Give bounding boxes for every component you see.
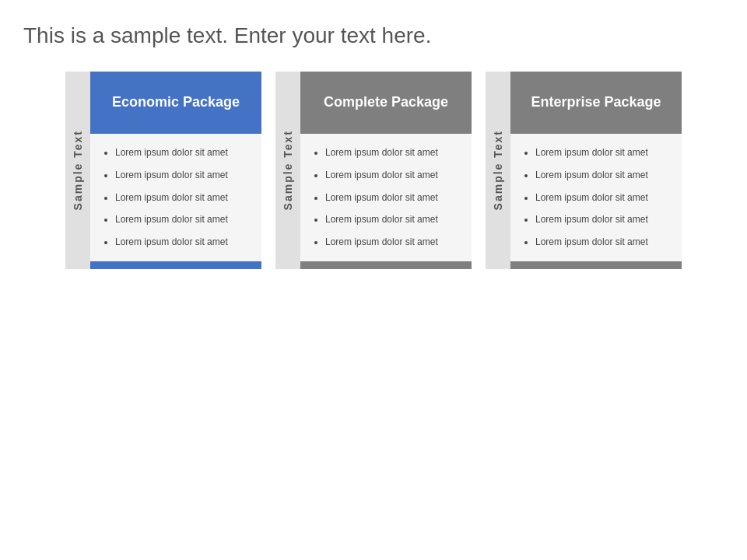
list-item: Lorem ipsum dolor sit amet xyxy=(535,169,671,182)
economic-body: Lorem ipsum dolor sit amet Lorem ipsum d… xyxy=(90,134,261,261)
enterprise-body: Lorem ipsum dolor sit amet Lorem ipsum d… xyxy=(510,134,682,261)
enterprise-header: Enterprise Package xyxy=(510,72,682,134)
list-item: Lorem ipsum dolor sit amet xyxy=(535,191,671,205)
complete-card: Complete Package Lorem ipsum dolor sit a… xyxy=(300,72,472,269)
list-item: Lorem ipsum dolor sit amet xyxy=(325,169,461,182)
list-item: Lorem ipsum dolor sit amet xyxy=(535,213,671,226)
list-item: Lorem ipsum dolor sit amet xyxy=(115,213,251,226)
complete-list: Lorem ipsum dolor sit amet Lorem ipsum d… xyxy=(311,146,461,249)
list-item: Lorem ipsum dolor sit amet xyxy=(325,191,461,205)
list-item: Lorem ipsum dolor sit amet xyxy=(115,169,251,182)
complete-sidebar-label: Sample Text xyxy=(282,130,294,210)
complete-package-group: Sample Text Complete Package Lorem ipsum… xyxy=(275,72,472,269)
economic-list: Lorem ipsum dolor sit amet Lorem ipsum d… xyxy=(101,146,251,249)
complete-footer xyxy=(300,261,472,269)
complete-header: Complete Package xyxy=(300,72,472,134)
economic-package-group: Sample Text Economic Package Lorem ipsum… xyxy=(65,72,261,269)
economic-sidebar-label: Sample Text xyxy=(72,130,84,210)
list-item: Lorem ipsum dolor sit amet xyxy=(115,236,251,249)
list-item: Lorem ipsum dolor sit amet xyxy=(325,146,461,159)
enterprise-list: Lorem ipsum dolor sit amet Lorem ipsum d… xyxy=(521,146,671,249)
list-item: Lorem ipsum dolor sit amet xyxy=(325,213,461,226)
list-item: Lorem ipsum dolor sit amet xyxy=(535,236,671,249)
economic-sidebar: Sample Text xyxy=(65,72,90,269)
enterprise-footer xyxy=(510,261,682,269)
complete-body: Lorem ipsum dolor sit amet Lorem ipsum d… xyxy=(300,134,472,261)
list-item: Lorem ipsum dolor sit amet xyxy=(115,191,251,205)
economic-header: Economic Package xyxy=(90,72,261,134)
list-item: Lorem ipsum dolor sit amet xyxy=(535,146,671,159)
page: This is a sample text. Enter your text h… xyxy=(0,0,747,560)
enterprise-sidebar: Sample Text xyxy=(486,72,510,269)
list-item: Lorem ipsum dolor sit amet xyxy=(325,236,461,249)
economic-card: Economic Package Lorem ipsum dolor sit a… xyxy=(90,72,261,269)
enterprise-sidebar-label: Sample Text xyxy=(492,130,504,210)
packages-container: Sample Text Economic Package Lorem ipsum… xyxy=(23,72,724,544)
economic-footer xyxy=(90,261,261,269)
enterprise-package-group: Sample Text Enterprise Package Lorem ips… xyxy=(486,72,682,269)
complete-sidebar: Sample Text xyxy=(275,72,300,269)
page-title: This is a sample text. Enter your text h… xyxy=(23,23,724,48)
list-item: Lorem ipsum dolor sit amet xyxy=(115,146,251,159)
enterprise-card: Enterprise Package Lorem ipsum dolor sit… xyxy=(510,72,682,269)
